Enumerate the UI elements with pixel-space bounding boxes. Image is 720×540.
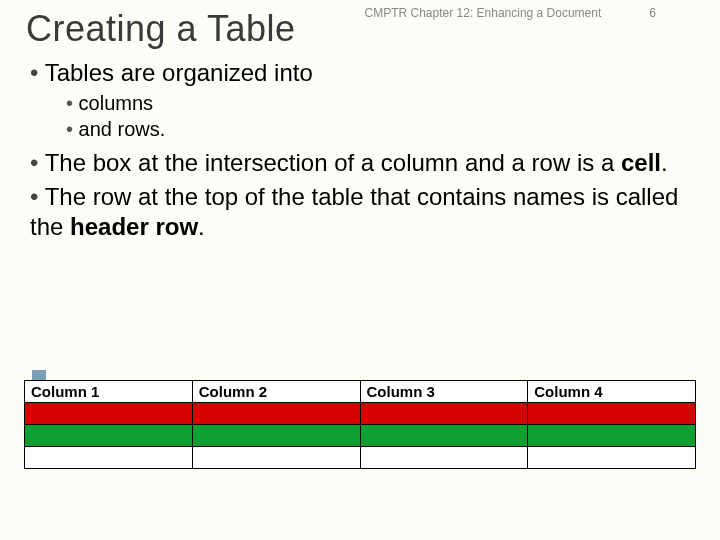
chapter-label: CMPTR Chapter 12: Enhancing a Document bbox=[365, 6, 602, 20]
col-header-1: Column 1 bbox=[25, 381, 193, 403]
bullet-3-bold: header row bbox=[70, 213, 198, 240]
example-table-wrap: Column 1 Column 2 Column 3 Column 4 bbox=[24, 380, 696, 469]
table-row bbox=[25, 425, 696, 447]
header-row: Column 1 Column 2 Column 3 Column 4 bbox=[25, 381, 696, 403]
slide-title: Creating a Table bbox=[26, 8, 296, 50]
table-row bbox=[25, 403, 696, 425]
page-number: 6 bbox=[649, 6, 656, 20]
bullet-2: The box at the intersection of a column … bbox=[30, 148, 690, 178]
content-area: Tables are organized into columns and ro… bbox=[30, 58, 690, 246]
subbullet-1: columns bbox=[66, 90, 690, 116]
example-table: Column 1 Column 2 Column 3 Column 4 bbox=[24, 380, 696, 469]
subbullet-2: and rows. bbox=[66, 116, 690, 142]
bullet-2-pre: The box at the intersection of a column … bbox=[45, 149, 621, 176]
bullet-1-text: Tables are organized into bbox=[45, 59, 313, 86]
table-row bbox=[25, 447, 696, 469]
bullet-2-bold: cell bbox=[621, 149, 661, 176]
bullet-1: Tables are organized into columns and ro… bbox=[30, 58, 690, 142]
cursor-mark bbox=[32, 370, 46, 380]
bullet-2-post: . bbox=[661, 149, 668, 176]
col-header-2: Column 2 bbox=[192, 381, 360, 403]
bullet-3-post: . bbox=[198, 213, 205, 240]
col-header-3: Column 3 bbox=[360, 381, 528, 403]
col-header-4: Column 4 bbox=[528, 381, 696, 403]
bullet-3: The row at the top of the table that con… bbox=[30, 182, 690, 242]
